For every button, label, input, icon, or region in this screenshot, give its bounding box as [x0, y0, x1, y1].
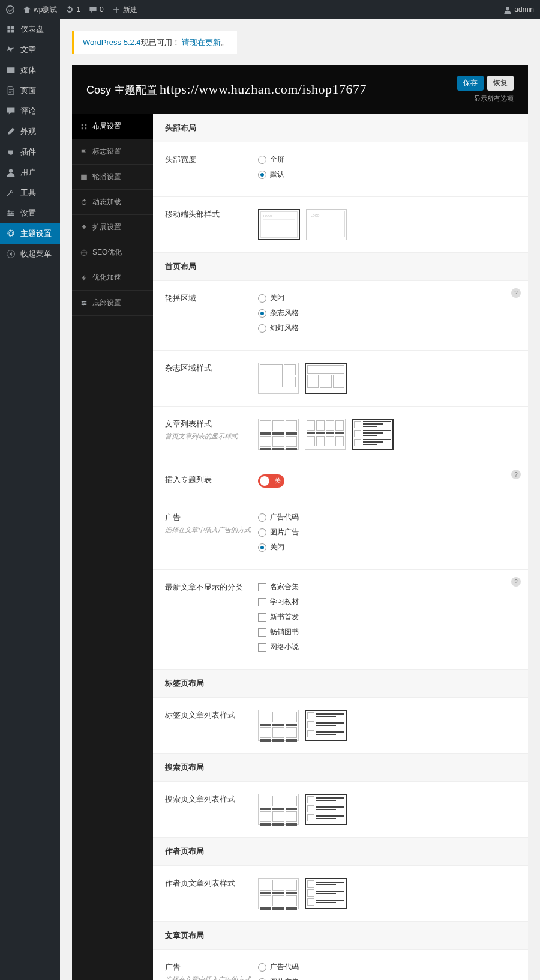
nav-media[interactable]: 媒体: [0, 60, 60, 80]
field-header-width: 头部宽度 全屏默认: [153, 142, 528, 197]
options-tab-6[interactable]: 优化加速: [72, 265, 153, 291]
nav-slider[interactable]: 设置: [0, 203, 60, 223]
nav-wrench[interactable]: 工具: [0, 183, 60, 203]
field-mobile-header: 移动端头部样式 LOGO LOGO ———: [153, 197, 528, 253]
new-link[interactable]: 新建: [112, 5, 137, 15]
nav-collapse[interactable]: 收起菜单: [0, 244, 60, 264]
wp-version-link[interactable]: WordPress 5.2.4: [83, 38, 141, 47]
postlist-option-grid4[interactable]: [305, 419, 346, 450]
svg-point-2: [9, 169, 13, 172]
exclude-cat-checkbox-1[interactable]: 学习教材: [258, 597, 516, 607]
postlist-option-list[interactable]: [352, 419, 394, 450]
taglist-option-list[interactable]: [305, 710, 347, 741]
field-magazine-style: 杂志区域样式: [153, 351, 528, 407]
field-ad-home: 广告 选择在文章中插入广告的方式 广告代码图片广告关闭: [153, 500, 528, 570]
section-header-layout: 头部布局: [153, 114, 528, 142]
field-post-list-style: 文章列表样式 首页文章列表的显示样式: [153, 407, 528, 462]
update-now-link[interactable]: 请现在更新: [182, 38, 221, 47]
radios-ad2-option-0[interactable]: 广告代码: [258, 962, 516, 972]
radios-header-width-option-1[interactable]: 默认: [258, 169, 516, 180]
radios-carousel-option-1[interactable]: 杂志风格: [258, 308, 516, 318]
options-content: 头部布局 头部宽度 全屏默认 移动端头部样式 LOGO LOGO ——— 首页布…: [153, 114, 528, 980]
expand-all-link[interactable]: 显示所有选项: [474, 94, 514, 103]
field-search-list-style: 搜索页文章列表样式: [153, 782, 528, 838]
reset-button[interactable]: 恢复: [487, 76, 514, 91]
authorlist-option-list[interactable]: [305, 878, 347, 909]
theme-title: Cosy 主题配置: [86, 83, 157, 97]
options-tab-7[interactable]: 底部设置: [72, 291, 153, 316]
nav-brush[interactable]: 外观: [0, 121, 60, 142]
radios-ad1-option-0[interactable]: 广告代码: [258, 512, 516, 522]
help-icon[interactable]: ?: [511, 577, 521, 587]
radios-carousel-option-0[interactable]: 关闭: [258, 293, 516, 303]
field-exclude-cats: ? 最新文章不显示的分类 名家合集学习教材新书首发畅销图书网络小说: [153, 570, 528, 670]
site-link[interactable]: wp测试: [23, 5, 57, 15]
nav-user[interactable]: 用户: [0, 162, 60, 183]
mobile-header-option-2[interactable]: LOGO ———: [306, 209, 347, 240]
theme-options-header: Cosy 主题配置 https://www.huzhan.com/ishop17…: [72, 65, 528, 114]
exclude-cat-checkbox-2[interactable]: 新书首发: [258, 612, 516, 622]
save-button[interactable]: 保存: [457, 76, 484, 91]
magazine-option-2[interactable]: [305, 363, 347, 394]
section-home-layout: 首页布局: [153, 253, 528, 281]
admin-bar: wp测试 1 0 新建 admin: [0, 0, 540, 19]
options-tab-1[interactable]: 标志设置: [72, 139, 153, 165]
authorlist-option-grid[interactable]: [258, 878, 299, 909]
radios-ad1-option-1[interactable]: 图片广告: [258, 527, 516, 537]
nav-dashboard[interactable]: 仪表盘: [0, 19, 60, 40]
field-author-list-style: 作者页文章列表样式: [153, 866, 528, 922]
admin-sidebar: 仪表盘文章媒体页面评论外观插件用户工具设置主题设置收起菜单: [0, 19, 60, 980]
comments-link[interactable]: 0: [89, 5, 104, 14]
help-icon[interactable]: ?: [511, 288, 521, 298]
updates-link[interactable]: 1: [65, 5, 80, 14]
options-tab-2[interactable]: 轮播设置: [72, 165, 153, 190]
radios-ad2-option-1[interactable]: 图片广告: [258, 977, 516, 980]
field-carousel-area: ? 轮播区域 关闭杂志风格幻灯风格: [153, 281, 528, 351]
section-search-layout: 搜索页布局: [153, 754, 528, 782]
taglist-option-grid[interactable]: [258, 710, 299, 741]
nav-gear[interactable]: 主题设置: [0, 223, 60, 244]
section-tag-layout: 标签页布局: [153, 670, 528, 698]
postlist-option-grid3[interactable]: [258, 419, 299, 450]
searchlist-option-list[interactable]: [305, 794, 347, 825]
section-author-layout: 作者页布局: [153, 838, 528, 866]
exclude-cat-checkbox-4[interactable]: 网络小说: [258, 642, 516, 652]
update-notice: WordPress 5.2.4现已可用！ 请现在更新。: [72, 31, 237, 54]
exclude-cat-checkbox-0[interactable]: 名家合集: [258, 582, 516, 592]
magazine-option-1[interactable]: [258, 363, 299, 394]
nav-pages[interactable]: 页面: [0, 80, 60, 101]
insert-special-toggle[interactable]: 关: [258, 474, 284, 488]
svg-point-1: [506, 7, 510, 10]
options-tab-3[interactable]: 动态加载: [72, 190, 153, 215]
nav-pin[interactable]: 文章: [0, 40, 60, 60]
section-article-layout: 文章页布局: [153, 922, 528, 950]
user-menu[interactable]: admin: [503, 5, 534, 14]
options-tab-0[interactable]: 布局设置: [72, 114, 153, 139]
searchlist-option-grid[interactable]: [258, 794, 299, 825]
radios-ad1-option-2[interactable]: 关闭: [258, 542, 516, 552]
field-tag-list-style: 标签页文章列表样式: [153, 698, 528, 754]
main-content: WordPress 5.2.4现已可用！ 请现在更新。 Cosy 主题配置 ht…: [60, 19, 540, 980]
nav-plug[interactable]: 插件: [0, 142, 60, 162]
mobile-header-option-1[interactable]: LOGO: [258, 209, 300, 240]
options-tab-4[interactable]: 扩展设置: [72, 215, 153, 240]
watermark-text: https://www.huzhan.com/ishop17677: [160, 82, 367, 97]
options-tab-5[interactable]: SEO优化: [72, 240, 153, 265]
help-icon[interactable]: ?: [511, 470, 521, 479]
radios-carousel-option-2[interactable]: 幻灯风格: [258, 323, 516, 333]
field-ad-article: 广告 选择在文章中插入广告的方式 广告代码图片广告关闭: [153, 950, 528, 980]
field-insert-special: ? 插入专题列表 关: [153, 462, 528, 500]
nav-comment[interactable]: 评论: [0, 101, 60, 121]
exclude-cat-checkbox-3[interactable]: 畅销图书: [258, 627, 516, 637]
radios-header-width-option-0[interactable]: 全屏: [258, 154, 516, 165]
wp-logo-icon[interactable]: [6, 5, 14, 14]
options-nav: 布局设置标志设置轮播设置动态加载扩展设置SEO优化优化加速底部设置: [72, 114, 153, 980]
